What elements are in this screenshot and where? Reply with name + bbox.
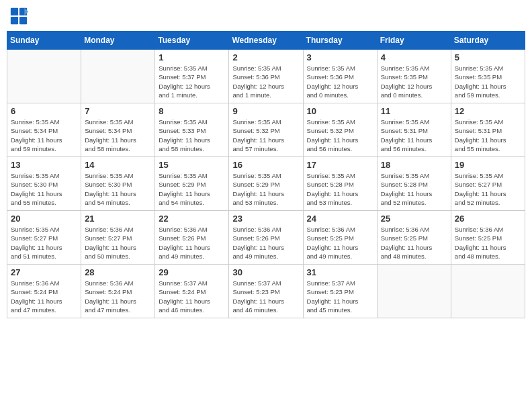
day-number: 3 <box>307 52 373 62</box>
calendar-cell: 7Sunrise: 5:35 AMSunset: 5:34 PMDaylight… <box>81 103 155 157</box>
calendar-header-row: SundayMondayTuesdayWednesdayThursdayFrid… <box>7 32 525 50</box>
calendar-week-row: 20Sunrise: 5:35 AMSunset: 5:27 PMDayligh… <box>7 211 525 265</box>
calendar-week-row: 27Sunrise: 5:36 AMSunset: 5:24 PMDayligh… <box>7 265 525 318</box>
calendar-cell: 8Sunrise: 5:35 AMSunset: 5:33 PMDaylight… <box>155 103 229 157</box>
day-info: Sunrise: 5:36 AMSunset: 5:24 PMDaylight:… <box>11 279 77 314</box>
day-number: 7 <box>85 106 151 116</box>
day-info: Sunrise: 5:35 AMSunset: 5:29 PMDaylight:… <box>159 171 225 207</box>
calendar-cell: 17Sunrise: 5:35 AMSunset: 5:28 PMDayligh… <box>303 157 377 211</box>
day-number: 21 <box>85 214 151 224</box>
weekday-header: Monday <box>81 32 155 50</box>
calendar-cell: 29Sunrise: 5:37 AMSunset: 5:24 PMDayligh… <box>155 265 229 318</box>
page-header <box>7 7 525 26</box>
day-info: Sunrise: 5:36 AMSunset: 5:26 PMDaylight:… <box>232 225 299 261</box>
day-info: Sunrise: 5:37 AMSunset: 5:23 PMDaylight:… <box>307 279 373 314</box>
day-number: 30 <box>232 267 299 277</box>
calendar-cell: 10Sunrise: 5:35 AMSunset: 5:32 PMDayligh… <box>303 103 377 157</box>
calendar-cell <box>451 265 525 318</box>
day-info: Sunrise: 5:35 AMSunset: 5:30 PMDaylight:… <box>11 171 77 207</box>
day-number: 8 <box>159 106 225 116</box>
weekday-header: Tuesday <box>155 32 229 50</box>
calendar-cell <box>81 50 155 103</box>
day-info: Sunrise: 5:35 AMSunset: 5:33 PMDaylight:… <box>159 118 225 153</box>
day-info: Sunrise: 5:36 AMSunset: 5:26 PMDaylight:… <box>159 225 225 261</box>
day-info: Sunrise: 5:37 AMSunset: 5:24 PMDaylight:… <box>159 279 225 314</box>
day-number: 27 <box>11 267 77 277</box>
day-info: Sunrise: 5:36 AMSunset: 5:24 PMDaylight:… <box>85 279 151 314</box>
svg-rect-3 <box>11 17 18 24</box>
day-info: Sunrise: 5:36 AMSunset: 5:25 PMDaylight:… <box>455 225 521 261</box>
day-number: 18 <box>381 160 447 170</box>
day-info: Sunrise: 5:35 AMSunset: 5:29 PMDaylight:… <box>232 171 299 207</box>
calendar-cell: 14Sunrise: 5:35 AMSunset: 5:30 PMDayligh… <box>81 157 155 211</box>
calendar-cell: 11Sunrise: 5:35 AMSunset: 5:31 PMDayligh… <box>377 103 451 157</box>
day-info: Sunrise: 5:35 AMSunset: 5:31 PMDaylight:… <box>381 118 447 153</box>
svg-rect-4 <box>19 17 27 24</box>
weekday-header: Friday <box>377 32 451 50</box>
calendar-cell: 20Sunrise: 5:35 AMSunset: 5:27 PMDayligh… <box>7 211 81 265</box>
day-number: 17 <box>307 160 373 170</box>
calendar-cell: 5Sunrise: 5:35 AMSunset: 5:35 PMDaylight… <box>451 50 525 103</box>
day-number: 15 <box>159 160 225 170</box>
day-info: Sunrise: 5:35 AMSunset: 5:27 PMDaylight:… <box>11 225 77 261</box>
calendar-cell: 1Sunrise: 5:35 AMSunset: 5:37 PMDaylight… <box>155 50 229 103</box>
day-number: 2 <box>232 52 299 62</box>
weekday-header: Wednesday <box>229 32 303 50</box>
day-info: Sunrise: 5:35 AMSunset: 5:28 PMDaylight:… <box>381 171 447 207</box>
calendar-cell: 25Sunrise: 5:36 AMSunset: 5:25 PMDayligh… <box>377 211 451 265</box>
calendar-cell: 6Sunrise: 5:35 AMSunset: 5:34 PMDaylight… <box>7 103 81 157</box>
calendar-cell: 13Sunrise: 5:35 AMSunset: 5:30 PMDayligh… <box>7 157 81 211</box>
day-number: 12 <box>455 106 521 116</box>
day-number: 1 <box>159 52 225 62</box>
day-info: Sunrise: 5:35 AMSunset: 5:32 PMDaylight:… <box>307 118 373 153</box>
day-number: 10 <box>307 106 373 116</box>
day-number: 16 <box>232 160 299 170</box>
logo <box>9 7 31 26</box>
calendar-cell: 23Sunrise: 5:36 AMSunset: 5:26 PMDayligh… <box>229 211 303 265</box>
day-info: Sunrise: 5:35 AMSunset: 5:34 PMDaylight:… <box>11 118 77 153</box>
day-number: 29 <box>159 267 225 277</box>
day-number: 11 <box>381 106 447 116</box>
calendar-cell: 4Sunrise: 5:35 AMSunset: 5:35 PMDaylight… <box>377 50 451 103</box>
day-number: 26 <box>455 214 521 224</box>
day-info: Sunrise: 5:36 AMSunset: 5:25 PMDaylight:… <box>381 225 447 261</box>
calendar-cell: 26Sunrise: 5:36 AMSunset: 5:25 PMDayligh… <box>451 211 525 265</box>
calendar-cell: 2Sunrise: 5:35 AMSunset: 5:36 PMDaylight… <box>229 50 303 103</box>
day-number: 23 <box>232 214 299 224</box>
logo-icon <box>9 7 28 26</box>
day-info: Sunrise: 5:35 AMSunset: 5:37 PMDaylight:… <box>159 64 225 99</box>
day-info: Sunrise: 5:36 AMSunset: 5:27 PMDaylight:… <box>85 225 151 261</box>
day-number: 13 <box>11 160 77 170</box>
day-info: Sunrise: 5:35 AMSunset: 5:36 PMDaylight:… <box>232 64 299 99</box>
day-number: 20 <box>11 214 77 224</box>
day-number: 19 <box>455 160 521 170</box>
day-number: 28 <box>85 267 151 277</box>
day-number: 14 <box>85 160 151 170</box>
calendar-cell: 18Sunrise: 5:35 AMSunset: 5:28 PMDayligh… <box>377 157 451 211</box>
calendar-cell: 9Sunrise: 5:35 AMSunset: 5:32 PMDaylight… <box>229 103 303 157</box>
calendar-week-row: 6Sunrise: 5:35 AMSunset: 5:34 PMDaylight… <box>7 103 525 157</box>
day-info: Sunrise: 5:35 AMSunset: 5:28 PMDaylight:… <box>307 171 373 207</box>
calendar-week-row: 13Sunrise: 5:35 AMSunset: 5:30 PMDayligh… <box>7 157 525 211</box>
day-info: Sunrise: 5:37 AMSunset: 5:23 PMDaylight:… <box>232 279 299 314</box>
day-number: 31 <box>307 267 373 277</box>
day-info: Sunrise: 5:35 AMSunset: 5:31 PMDaylight:… <box>455 118 521 153</box>
day-number: 24 <box>307 214 373 224</box>
calendar-cell: 31Sunrise: 5:37 AMSunset: 5:23 PMDayligh… <box>303 265 377 318</box>
calendar-week-row: 1Sunrise: 5:35 AMSunset: 5:37 PMDaylight… <box>7 50 525 103</box>
day-info: Sunrise: 5:35 AMSunset: 5:35 PMDaylight:… <box>455 64 521 99</box>
calendar-cell: 12Sunrise: 5:35 AMSunset: 5:31 PMDayligh… <box>451 103 525 157</box>
calendar-cell: 19Sunrise: 5:35 AMSunset: 5:27 PMDayligh… <box>451 157 525 211</box>
calendar-cell: 16Sunrise: 5:35 AMSunset: 5:29 PMDayligh… <box>229 157 303 211</box>
day-info: Sunrise: 5:35 AMSunset: 5:36 PMDaylight:… <box>307 64 373 99</box>
day-number: 22 <box>159 214 225 224</box>
day-number: 6 <box>11 106 77 116</box>
calendar-cell: 21Sunrise: 5:36 AMSunset: 5:27 PMDayligh… <box>81 211 155 265</box>
calendar-cell: 28Sunrise: 5:36 AMSunset: 5:24 PMDayligh… <box>81 265 155 318</box>
calendar-cell: 30Sunrise: 5:37 AMSunset: 5:23 PMDayligh… <box>229 265 303 318</box>
calendar-cell <box>377 265 451 318</box>
day-info: Sunrise: 5:35 AMSunset: 5:34 PMDaylight:… <box>85 118 151 153</box>
calendar-table: SundayMondayTuesdayWednesdayThursdayFrid… <box>7 31 525 318</box>
calendar-cell: 3Sunrise: 5:35 AMSunset: 5:36 PMDaylight… <box>303 50 377 103</box>
weekday-header: Sunday <box>7 32 81 50</box>
